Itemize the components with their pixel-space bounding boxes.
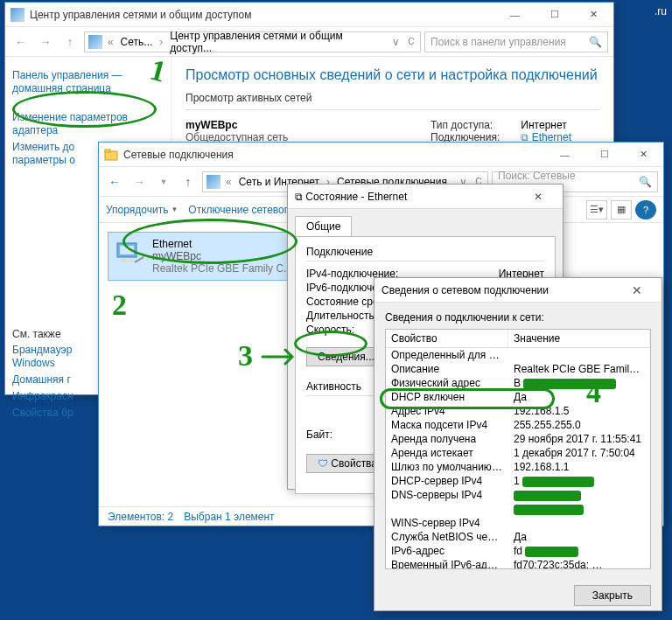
- svg-rect-3: [120, 246, 134, 254]
- prop-name: Аренда получена: [386, 432, 508, 446]
- table-row: [386, 502, 650, 516]
- prop-value: [508, 348, 650, 362]
- search-icon: 🔍: [589, 36, 602, 48]
- network-name: myWEBpc: [186, 119, 430, 131]
- dialog-titlebar: ⧉ Состояние - Ethernet ✕: [288, 185, 563, 209]
- col-property: Свойство: [386, 330, 508, 347]
- prop-value: Realtek PCIe GBE Family Controller: [508, 362, 650, 376]
- table-row: DNS-серверы IPv4: [386, 488, 650, 502]
- duration-label: Длительность: [306, 310, 374, 322]
- crumb[interactable]: Сеть...: [119, 36, 155, 48]
- breadcrumb[interactable]: « Сеть... › Центр управления сетями и об…: [84, 31, 421, 52]
- prop-value: B: [508, 376, 650, 390]
- forward-button[interactable]: →: [35, 31, 56, 52]
- prop-value: Да: [508, 530, 650, 544]
- minimize-button[interactable]: —: [545, 143, 584, 167]
- redacted-value: [522, 477, 594, 487]
- crumb[interactable]: Центр управления сетями и общим доступ..…: [168, 30, 388, 54]
- page-title: Просмотр основных сведений о сети и наст…: [186, 67, 599, 83]
- sidebar-home[interactable]: Панель управления —домашняя страница: [12, 69, 164, 95]
- organize-menu[interactable]: Упорядочить ▼: [106, 204, 178, 216]
- details-label: Сведения о подключении к сети:: [385, 311, 651, 324]
- prop-value: [508, 516, 650, 530]
- redacted-value: [514, 491, 581, 501]
- forward-button[interactable]: →: [129, 171, 150, 192]
- access-label: Тип доступа:: [430, 119, 518, 131]
- svg-rect-1: [105, 150, 110, 152]
- prop-value: 1: [508, 474, 650, 488]
- status-count: Элементов: 2: [108, 511, 173, 523]
- prop-name: IPv6-адрес: [386, 544, 508, 558]
- active-nets-heading: Просмотр активных сетей: [186, 92, 599, 104]
- col-value: Значение: [508, 330, 650, 347]
- adapter-icon: [114, 238, 145, 269]
- prop-name: [386, 502, 508, 516]
- table-row: Маска подсети IPv4255.255.255.0: [386, 418, 650, 432]
- close-button[interactable]: ✕: [574, 3, 613, 27]
- history-button[interactable]: ▼: [153, 171, 174, 192]
- prop-value: 192.168.1.5: [508, 404, 650, 418]
- dialog-titlebar: Сведения о сетевом подключении ✕: [374, 278, 662, 303]
- back-button[interactable]: ←: [104, 171, 125, 192]
- table-row: ОписаниеRealtek PCIe GBE Family Controll…: [386, 362, 650, 376]
- adapter-device: Realtek PCIe GBE Family C...: [152, 262, 292, 275]
- disable-device-menu[interactable]: Отключение сетевого: [188, 204, 293, 216]
- prop-name: WINS-сервер IPv4: [386, 516, 508, 530]
- table-row: IPv6-адресfd: [386, 544, 650, 558]
- maximize-button[interactable]: ☐: [535, 3, 574, 27]
- prop-name: Описание: [386, 362, 508, 376]
- up-button[interactable]: ↑: [60, 31, 80, 52]
- bytes-label: Байт:: [306, 428, 332, 441]
- prop-name: Шлюз по умолчанию IP...: [386, 460, 508, 474]
- back-button[interactable]: ←: [10, 31, 32, 52]
- minimize-button[interactable]: —: [495, 3, 535, 27]
- table-row: Определенный для по...: [386, 348, 650, 362]
- titlebar: Сетевые подключения — ☐ ✕: [99, 143, 663, 167]
- close-button[interactable]: ✕: [521, 191, 556, 203]
- search-input[interactable]: Поиск в панели управления 🔍: [424, 31, 608, 52]
- table-row: Временный IPv6-адресfd70:723c:35da:: [386, 558, 650, 569]
- network-center-icon: [10, 8, 24, 22]
- folder-icon: [104, 148, 118, 162]
- prop-value: fd70:723c:35da:: [508, 558, 650, 569]
- redacted-value: [523, 379, 616, 389]
- dialog-title: Состояние - Ethernet: [305, 191, 407, 203]
- dialog-title: Сведения о сетевом подключении: [382, 284, 549, 296]
- prop-name: Физический адрес: [386, 376, 508, 390]
- tab-general[interactable]: Общие: [295, 216, 352, 236]
- prop-name: Определенный для по...: [386, 348, 508, 362]
- table-row: Аренда получена29 ноября 2017 г. 11:55:4…: [386, 432, 650, 446]
- sidebar-adapter-settings[interactable]: Изменение параметровадаптера: [12, 111, 164, 137]
- view-icons-button[interactable]: ☰▾: [586, 200, 607, 219]
- redacted-value: [525, 547, 578, 557]
- prop-value: Да: [508, 390, 650, 404]
- window-title: Центр управления сетями и общим доступом: [30, 9, 495, 21]
- prop-value: 192.168.1.1: [508, 460, 650, 474]
- properties-table[interactable]: Свойство Значение Определенный для по...…: [385, 329, 651, 569]
- close-button[interactable]: ✕: [624, 143, 663, 167]
- table-row: Адрес IPv4192.168.1.5: [386, 404, 650, 418]
- up-button[interactable]: ↑: [178, 171, 199, 192]
- close-button[interactable]: ✕: [620, 283, 654, 297]
- desktop-badge: .ru: [654, 5, 667, 17]
- table-row: Аренда истекает1 декабря 2017 г. 7:50:04: [386, 446, 650, 460]
- adapter-name: Ethernet: [152, 238, 292, 250]
- close-dialog-button[interactable]: Закрыть: [574, 585, 651, 606]
- adapter-item-ethernet[interactable]: Ethernet myWEBpc Realtek PCIe GBE Family…: [108, 232, 309, 281]
- maximize-button[interactable]: ☐: [584, 143, 624, 167]
- view-details-button[interactable]: ▦: [611, 200, 632, 219]
- access-value: Интернет: [521, 119, 566, 131]
- prop-value: [508, 502, 650, 516]
- search-icon: 🔍: [639, 176, 652, 188]
- prop-value: 1 декабря 2017 г. 7:50:04: [508, 446, 650, 460]
- prop-name: Временный IPv6-адрес: [386, 558, 508, 569]
- breadcrumb-icon: [88, 35, 102, 49]
- group-connection: Подключение: [306, 246, 544, 258]
- prop-value: 255.255.255.0: [508, 418, 650, 432]
- help-button[interactable]: ?: [635, 200, 656, 219]
- table-row: Шлюз по умолчанию IP...192.168.1.1: [386, 460, 650, 474]
- prop-name: Маска подсети IPv4: [386, 418, 508, 432]
- prop-value: fd: [508, 544, 650, 558]
- titlebar: Центр управления сетями и общим доступом…: [5, 3, 613, 27]
- prop-name: Адрес IPv4: [386, 404, 508, 418]
